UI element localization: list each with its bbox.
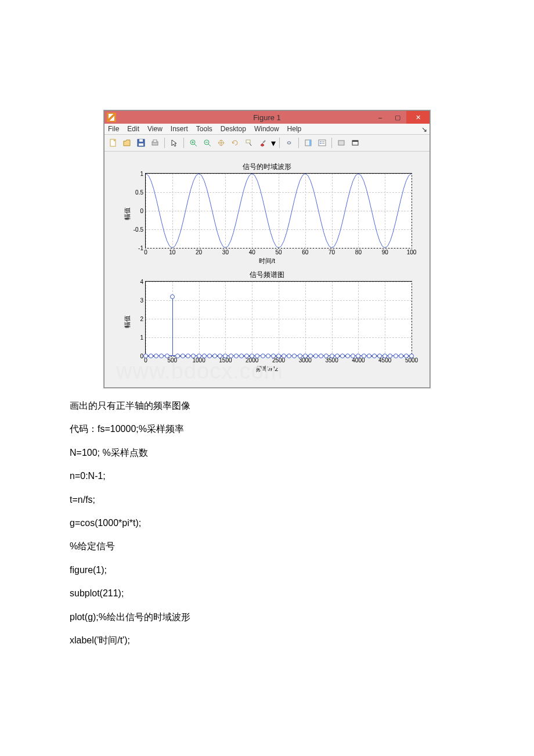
code-line-7: figure(1);	[70, 564, 464, 577]
code-line-8: subplot(211);	[70, 587, 464, 600]
datacursor-icon[interactable]	[243, 136, 255, 149]
chart1-xlabel: 时间/t	[116, 257, 418, 265]
toolbar: ▾	[104, 135, 430, 152]
zoom-out-icon[interactable]	[201, 136, 214, 149]
open-icon[interactable]	[121, 136, 134, 149]
svg-rect-5	[153, 140, 157, 142]
pan-icon[interactable]	[215, 136, 228, 149]
dock-icon[interactable]	[349, 136, 362, 149]
code-line-4: t=n/fs;	[70, 494, 464, 506]
svg-rect-14	[352, 141, 358, 142]
zoom-in-icon[interactable]	[187, 136, 200, 149]
chart2-xlabel: 频率/Hz	[116, 365, 418, 373]
sep	[279, 138, 280, 148]
code-line-5: g=cos(1000*pi*t);	[70, 517, 464, 530]
menu-window[interactable]: Window	[254, 125, 279, 133]
hide-icon[interactable]	[335, 136, 348, 149]
sep	[164, 138, 165, 148]
subplot-2: 信号频谱图 幅值 0123405001000150020002500300035…	[116, 270, 418, 373]
subplot-1: 信号的时域波形 幅值 -1-0.500.51010203040506070809…	[116, 162, 418, 265]
chart1-ylabel: 幅值	[123, 207, 132, 220]
code-line-6: %给定信号	[70, 540, 464, 553]
menu-edit[interactable]: Edit	[127, 125, 139, 133]
plot-area: 信号的时域波形 幅值 -1-0.500.51010203040506070809…	[104, 152, 430, 387]
sep	[331, 138, 332, 148]
legend-icon[interactable]	[316, 136, 329, 149]
chart2-axes[interactable]: 0123405001000150020002500300035004000450…	[145, 281, 412, 357]
svg-rect-12	[338, 141, 344, 145]
chart1-axes[interactable]: -1-0.500.510102030405060708090100	[145, 173, 412, 249]
menu-tools[interactable]: Tools	[196, 125, 212, 133]
chart1-title: 信号的时域波形	[116, 162, 418, 172]
save-icon[interactable]	[135, 136, 147, 149]
window-title: Figure 1	[104, 113, 430, 122]
link-icon[interactable]	[283, 136, 295, 149]
print-icon[interactable]	[149, 136, 161, 149]
menubar: File Edit View Insert Tools Desktop Wind…	[104, 124, 430, 135]
pointer-icon[interactable]	[168, 136, 181, 149]
dropdown-icon[interactable]: ▾	[270, 136, 276, 149]
sep	[183, 138, 184, 148]
code-line-3: n=0:N-1;	[70, 470, 464, 483]
chart2-ylabel: 幅值	[123, 315, 132, 328]
colorbar-icon[interactable]	[302, 136, 315, 149]
code-line-9: plot(g);%绘出信号的时域波形	[70, 611, 464, 624]
sep	[298, 138, 299, 148]
svg-rect-8	[246, 140, 250, 143]
rotate-icon[interactable]	[229, 136, 241, 149]
new-icon[interactable]	[107, 136, 120, 149]
titlebar[interactable]: Figure 1 – ▢ ✕	[104, 111, 430, 124]
brush-icon[interactable]	[257, 136, 269, 149]
menu-help[interactable]: Help	[287, 125, 302, 133]
menu-view[interactable]: View	[147, 125, 163, 133]
menu-insert[interactable]: Insert	[171, 125, 188, 133]
code-line-1: 代码：fs=10000;%采样频率	[70, 423, 464, 435]
svg-rect-3	[139, 139, 143, 142]
matlab-figure-window: Figure 1 – ▢ ✕ File Edit View Insert Too…	[104, 110, 430, 388]
menu-desktop[interactable]: Desktop	[221, 125, 246, 133]
caption-text: 画出的只有正半轴的频率图像	[70, 399, 464, 412]
menu-file[interactable]: File	[108, 125, 119, 133]
chart2-title: 信号频谱图	[116, 270, 418, 280]
menu-arrow-icon[interactable]: ↘	[421, 125, 427, 134]
svg-rect-10	[309, 140, 311, 146]
svg-rect-2	[139, 143, 143, 146]
code-line-2: N=100; %采样点数	[70, 447, 464, 459]
code-line-10: xlabel('时间/t');	[70, 634, 464, 647]
svg-rect-11	[319, 140, 326, 146]
